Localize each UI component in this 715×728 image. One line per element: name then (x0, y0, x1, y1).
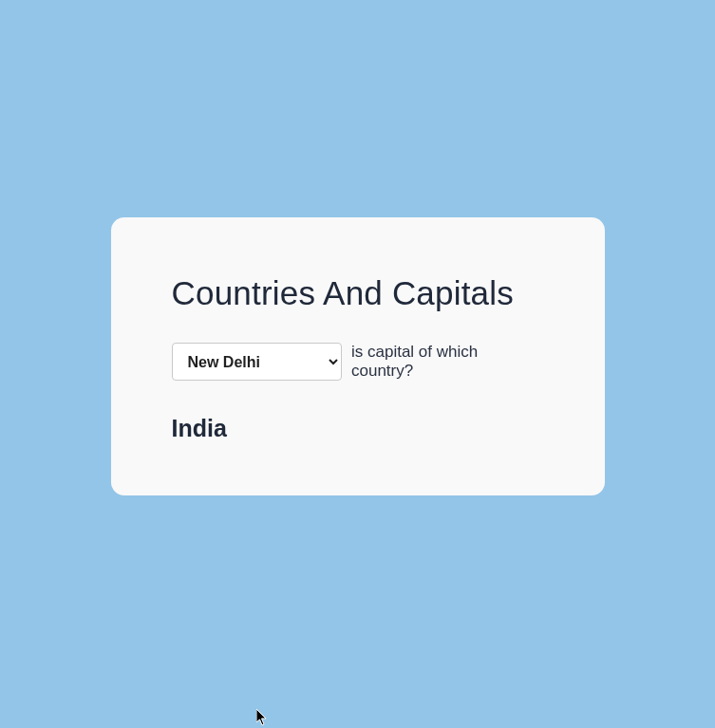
question-row: New Delhi is capital of which country? (172, 343, 544, 381)
capital-select[interactable]: New Delhi (172, 343, 343, 381)
question-text: is capital of which country? (351, 343, 544, 381)
answer-text: India (172, 415, 544, 442)
quiz-card: Countries And Capitals New Delhi is capi… (111, 217, 605, 495)
page-title: Countries And Capitals (172, 274, 544, 312)
cursor-icon (256, 709, 270, 726)
